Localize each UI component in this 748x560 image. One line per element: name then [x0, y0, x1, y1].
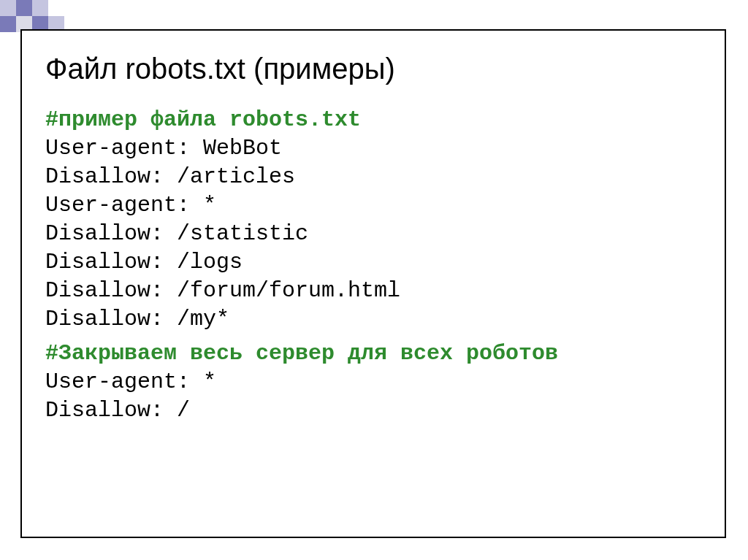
code-comment: #Закрываем весь сервер для всех роботов — [45, 340, 701, 368]
code-line: Disallow: / — [45, 396, 701, 425]
code-line: User-agent: WebBot — [45, 134, 701, 163]
deco-square — [0, 0, 16, 16]
code-comment: #пример файла robots.txt — [45, 106, 701, 134]
code-line: User-agent: * — [45, 191, 701, 220]
code-block-2: #Закрываем весь сервер для всех роботов … — [45, 340, 701, 425]
section-gap — [45, 334, 701, 340]
code-block-1: #пример файла robots.txt User-agent: Web… — [45, 106, 701, 334]
code-line: User-agent: * — [45, 368, 701, 396]
code-line: Disallow: /articles — [45, 163, 701, 191]
code-line: Disallow: /logs — [45, 248, 701, 277]
corner-decoration — [0, 0, 66, 33]
deco-square — [0, 16, 16, 32]
deco-square — [16, 0, 32, 16]
code-line: Disallow: /forum/forum.html — [45, 277, 701, 305]
slide-content-frame: Файл robots.txt (примеры) #пример файла … — [20, 29, 726, 538]
code-line: Disallow: /my* — [45, 305, 701, 334]
deco-square — [32, 0, 48, 16]
code-line: Disallow: /statistic — [45, 220, 701, 248]
slide-title: Файл robots.txt (примеры) — [45, 53, 701, 85]
